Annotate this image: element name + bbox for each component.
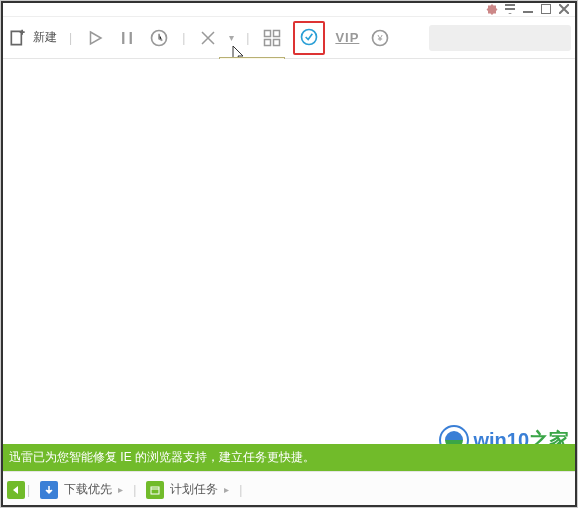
- new-task-label: 新建: [33, 29, 57, 46]
- status-notification: 迅雷已为您智能修复 IE 的浏览器支持，建立任务更快捷。: [1, 444, 577, 471]
- search-input[interactable]: [433, 30, 578, 45]
- svg-rect-1: [541, 4, 551, 14]
- collapse-button[interactable]: [7, 481, 25, 499]
- svg-rect-0: [523, 11, 533, 13]
- grid-icon[interactable]: [261, 27, 283, 49]
- separator: |: [69, 31, 72, 45]
- svg-rect-3: [265, 30, 271, 36]
- priority-icon[interactable]: [148, 27, 170, 49]
- minimize-icon[interactable]: [519, 2, 537, 16]
- close-icon[interactable]: [555, 2, 573, 16]
- new-task-button[interactable]: 新建: [7, 27, 57, 49]
- skin-icon[interactable]: [483, 2, 501, 16]
- separator: |: [239, 483, 242, 497]
- svg-rect-6: [274, 39, 280, 45]
- delete-dropdown-icon[interactable]: ▾: [229, 32, 234, 43]
- chevron-icon: ▸: [118, 484, 123, 495]
- separator: |: [182, 31, 185, 45]
- bottom-bar: | 下载优先 ▸ | 计划任务 ▸ |: [1, 471, 577, 507]
- currency-icon[interactable]: ¥: [369, 27, 391, 49]
- delete-icon[interactable]: [197, 27, 219, 49]
- svg-rect-4: [274, 30, 280, 36]
- download-priority-label: 下载优先: [64, 481, 112, 498]
- download-priority-icon: [40, 481, 58, 499]
- search-bar[interactable]: [429, 25, 571, 51]
- main-toolbar: 新建 | | ▾ | VIP ¥: [1, 17, 577, 59]
- scheduled-tasks-label: 计划任务: [170, 481, 218, 498]
- menu-dropdown-icon[interactable]: [501, 2, 519, 16]
- window-titlebar: [1, 1, 577, 17]
- svg-rect-5: [265, 39, 271, 45]
- download-priority-button[interactable]: 下载优先 ▸: [40, 481, 123, 499]
- svg-rect-13: [151, 487, 159, 494]
- scheduled-tasks-icon: [146, 481, 164, 499]
- separator: |: [133, 483, 136, 497]
- separator: |: [246, 31, 249, 45]
- scheduled-tasks-button[interactable]: 计划任务 ▸: [146, 481, 229, 499]
- new-task-icon: [7, 27, 29, 49]
- settings-icon[interactable]: [298, 26, 320, 48]
- pause-icon[interactable]: [116, 27, 138, 49]
- vip-button[interactable]: VIP: [335, 30, 359, 45]
- chevron-icon: ▸: [224, 484, 229, 495]
- separator: |: [27, 483, 30, 497]
- task-list-area: [1, 59, 577, 455]
- svg-text:¥: ¥: [377, 33, 384, 43]
- maximize-icon[interactable]: [537, 2, 555, 16]
- settings-highlighted: [293, 21, 325, 55]
- start-icon[interactable]: [84, 27, 106, 49]
